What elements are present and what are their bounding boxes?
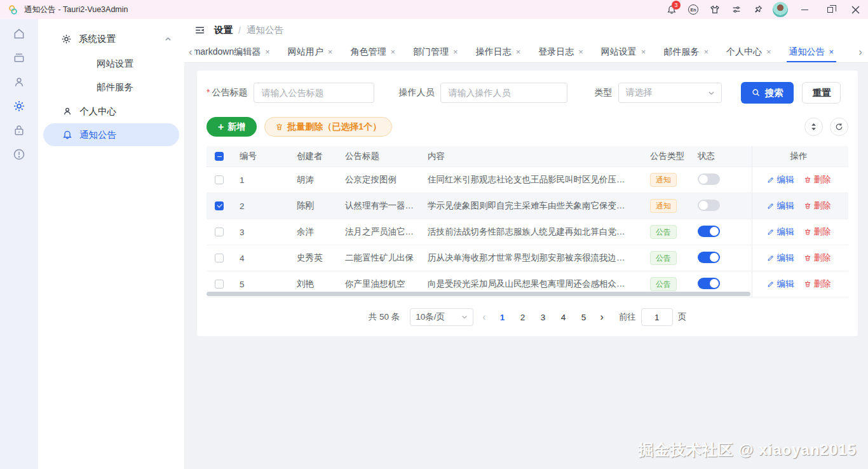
watermark: 掘金技术社区 @ xiaoyan2015 — [638, 440, 857, 460]
type-select[interactable]: 请选择 — [618, 83, 722, 103]
user-icon — [13, 76, 25, 88]
page-number[interactable]: 4 — [556, 313, 571, 322]
tab[interactable]: 操作日志 × — [467, 41, 530, 62]
edit-link[interactable]: 编辑 — [767, 252, 794, 264]
tab[interactable]: 网站设置 × — [592, 41, 655, 62]
tab[interactable]: 角色管理 × — [341, 41, 404, 62]
next-page-icon[interactable]: › — [597, 311, 607, 323]
row-checkbox[interactable] — [215, 280, 224, 289]
delete-link[interactable]: 删除 — [804, 200, 831, 212]
page-size-select[interactable]: 10条/页 — [410, 308, 473, 326]
theme-button[interactable] — [704, 0, 726, 19]
row-checkbox[interactable] — [215, 228, 224, 236]
sidebar-collapse-icon[interactable] — [194, 25, 205, 36]
rail-settings-button[interactable] — [8, 99, 31, 112]
tab[interactable]: markdown编辑器 × — [194, 41, 279, 62]
preferences-button[interactable] — [726, 0, 747, 19]
tabs-scroll-right-icon[interactable]: › — [857, 46, 864, 57]
status-toggle[interactable] — [698, 226, 720, 237]
density-button[interactable] — [804, 118, 823, 136]
edit-link[interactable]: 编辑 — [767, 200, 794, 212]
status-toggle[interactable] — [698, 173, 720, 185]
tab-close-icon[interactable]: × — [390, 47, 395, 57]
sidebar-group-system-settings[interactable]: 系统设置 — [43, 25, 179, 52]
user-avatar[interactable] — [773, 2, 788, 17]
minimize-button[interactable] — [792, 0, 817, 19]
tab[interactable]: 网站用户 × — [279, 41, 342, 62]
trash-icon — [804, 254, 811, 262]
tab-close-icon[interactable]: × — [766, 47, 771, 57]
tab-close-icon[interactable]: × — [829, 47, 834, 57]
sidebar-sub-item[interactable]: 网站设置 — [43, 52, 179, 76]
breadcrumb-current[interactable]: 通知公告 — [247, 24, 283, 36]
delete-link[interactable]: 删除 — [804, 252, 831, 264]
tab-bar: ‹ markdown编辑器 × 网站用户 × — [184, 41, 868, 63]
add-button[interactable]: + 新增 — [207, 117, 257, 137]
cell-id: 3 — [232, 228, 289, 237]
breadcrumb: 设置 / 通知公告 — [214, 24, 283, 36]
operator-input[interactable] — [440, 83, 567, 103]
horizontal-scrollbar[interactable] — [207, 292, 750, 296]
edit-link[interactable]: 编辑 — [767, 226, 794, 238]
delete-link[interactable]: 删除 — [804, 174, 831, 186]
row-checkbox[interactable] — [215, 201, 224, 210]
edit-link[interactable]: 编辑 — [767, 174, 794, 186]
goto-page-input[interactable] — [641, 308, 673, 326]
tab-close-icon[interactable]: × — [578, 47, 583, 57]
tabs-scroll-left-icon[interactable]: ‹ — [187, 46, 194, 57]
rail-lock-button[interactable] — [8, 123, 31, 137]
page-number[interactable]: 3 — [536, 313, 551, 322]
edit-link[interactable]: 编辑 — [767, 278, 794, 290]
notifications-button[interactable]: 3 — [661, 0, 682, 19]
close-button[interactable] — [843, 0, 868, 19]
batch-delete-button[interactable]: 批量删除（已选择1个） — [264, 117, 392, 137]
trash-icon — [804, 176, 811, 184]
refresh-button[interactable] — [830, 118, 848, 136]
rail-about-button[interactable] — [8, 147, 31, 161]
rail-home-button[interactable] — [8, 27, 31, 40]
sidebar-item-profile[interactable]: 个人中心 — [43, 100, 179, 123]
tab-close-icon[interactable]: × — [328, 47, 333, 57]
prev-page-icon[interactable]: ‹ — [478, 311, 489, 323]
page-number[interactable]: 5 — [576, 313, 592, 322]
tab[interactable]: 部门管理 × — [404, 41, 467, 62]
delete-link[interactable]: 删除 — [804, 226, 831, 238]
rail-user-button[interactable] — [8, 75, 31, 88]
tab-close-icon[interactable]: × — [453, 47, 458, 57]
pencil-icon — [767, 228, 775, 236]
tab-close-icon[interactable]: × — [703, 47, 709, 57]
sidebar-item-notice[interactable]: 通知公告 — [43, 123, 179, 146]
delete-link[interactable]: 删除 — [804, 278, 831, 290]
gear-icon — [13, 100, 25, 112]
col-header-content: 内容 — [420, 151, 642, 162]
reset-button[interactable]: 重置 — [802, 82, 841, 104]
status-toggle[interactable] — [698, 200, 720, 211]
tab[interactable]: 登录日志 × — [529, 41, 592, 62]
page-number[interactable]: 1 — [495, 313, 510, 322]
cell-id: 4 — [232, 254, 289, 263]
tab-close-icon[interactable]: × — [265, 47, 270, 57]
cell-creator: 刘艳 — [289, 278, 337, 290]
minimize-icon — [801, 10, 808, 10]
sidebar-sub-item[interactable]: 邮件服务 — [43, 76, 179, 99]
tab-close-icon[interactable]: × — [516, 47, 521, 57]
maximize-button[interactable] — [817, 0, 843, 19]
type-select-placeholder: 请选择 — [625, 87, 708, 99]
tab-label: 通知公告 — [789, 46, 825, 58]
search-button[interactable]: 搜索 — [741, 82, 794, 104]
home-icon — [13, 27, 25, 40]
title-input[interactable] — [254, 83, 374, 103]
status-toggle[interactable] — [698, 252, 720, 263]
rail-archive-button[interactable] — [8, 51, 31, 64]
tab-close-icon[interactable]: × — [641, 47, 646, 57]
row-checkbox[interactable] — [215, 175, 224, 184]
tab[interactable]: 通知公告 × — [780, 41, 843, 62]
pin-window-button[interactable] — [747, 0, 769, 19]
row-checkbox[interactable] — [215, 254, 224, 262]
language-switch-button[interactable]: En — [682, 0, 704, 19]
page-number[interactable]: 2 — [515, 313, 531, 322]
tab[interactable]: 邮件服务 × — [654, 41, 717, 62]
select-all-checkbox[interactable] — [215, 152, 224, 161]
status-toggle[interactable] — [698, 278, 720, 289]
tab[interactable]: 个人中心 × — [717, 41, 780, 62]
